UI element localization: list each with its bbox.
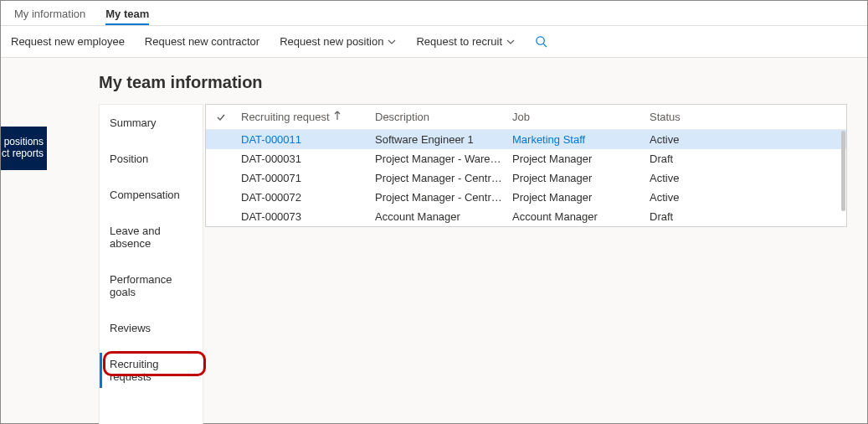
cell-status: Active <box>645 191 745 204</box>
table-row[interactable]: DAT-000031Project Manager - WarehousePro… <box>206 149 846 168</box>
column-description[interactable]: Description <box>370 111 507 123</box>
table-row[interactable]: DAT-000071Project Manager - Central divi… <box>206 168 846 188</box>
column-select[interactable] <box>206 112 236 122</box>
side-panel: SummaryPositionCompensationLeave and abs… <box>99 104 203 424</box>
sidebar-item-position[interactable]: Position <box>100 141 203 177</box>
sidebar-item-performance-goals[interactable]: Performance goals <box>100 261 203 310</box>
sidebar-item-leave-and-absence[interactable]: Leave and absence <box>100 213 203 261</box>
cell-status: Active <box>645 172 745 184</box>
cell-job[interactable]: Project Manager <box>507 191 645 204</box>
cell-request[interactable]: DAT-000071 <box>236 172 370 184</box>
cell-description: Project Manager - Central region <box>370 191 507 204</box>
positions-tile[interactable]: positions ct reports <box>1 127 47 170</box>
cell-status: Draft <box>645 210 745 223</box>
cell-status: Active <box>645 133 745 146</box>
grid-header: Recruiting requestDescriptionJobStatus <box>206 105 846 130</box>
cell-request[interactable]: DAT-000073 <box>236 210 370 223</box>
page-title: My team information <box>99 73 847 92</box>
svg-line-1 <box>543 44 547 47</box>
sidebar-item-reviews[interactable]: Reviews <box>100 310 203 346</box>
action-request-new-position[interactable]: Request new position <box>270 26 406 58</box>
action-request-to-recruit[interactable]: Request to recruit <box>406 26 525 58</box>
chevron-down-icon <box>388 38 396 46</box>
cell-request[interactable]: DAT-000072 <box>236 191 370 204</box>
tab-my-information[interactable]: My information <box>4 3 95 24</box>
scrollbar-thumb[interactable] <box>841 131 845 211</box>
highlight-callout <box>103 351 206 376</box>
action-request-new-contractor[interactable]: Request new contractor <box>135 26 270 58</box>
positions-tile-line2: ct reports <box>1 147 44 159</box>
table-row[interactable]: DAT-000011Software Engineer 1Marketing S… <box>206 130 846 149</box>
svg-point-0 <box>537 37 544 44</box>
cell-description: Account Manager <box>370 210 507 223</box>
cell-description: Project Manager - Central divisi… <box>370 172 507 184</box>
sidebar-item-summary[interactable]: Summary <box>100 105 203 141</box>
table-row[interactable]: DAT-000073Account ManagerAccount Manager… <box>206 207 846 226</box>
check-icon <box>216 112 226 122</box>
search-icon[interactable] <box>535 35 547 48</box>
cell-job[interactable]: Marketing Staff <box>507 133 645 146</box>
cell-job[interactable]: Project Manager <box>507 153 645 165</box>
cell-description: Software Engineer 1 <box>370 133 507 146</box>
cell-request[interactable]: DAT-000031 <box>236 153 370 165</box>
column-job[interactable]: Job <box>507 111 645 123</box>
tab-my-team[interactable]: My team <box>95 3 159 24</box>
action-request-new-employee[interactable]: Request new employee <box>1 26 135 58</box>
column-recruiting-request[interactable]: Recruiting request <box>236 111 370 123</box>
recruiting-grid: Recruiting requestDescriptionJobStatus D… <box>205 104 847 227</box>
sidebar-item-compensation[interactable]: Compensation <box>100 177 203 213</box>
top-tabbar: My informationMy team <box>1 1 867 26</box>
column-status[interactable]: Status <box>645 111 745 123</box>
cell-request[interactable]: DAT-000011 <box>236 133 370 146</box>
cell-job[interactable]: Account Manager <box>507 210 645 223</box>
sort-asc-icon <box>333 111 342 123</box>
sidebar-item-recruiting-requests[interactable]: Recruiting requests <box>100 346 203 395</box>
positions-tile-line1: positions <box>1 136 44 147</box>
cell-status: Draft <box>645 153 745 165</box>
action-bar: Request new employeeRequest new contract… <box>1 26 867 58</box>
table-row[interactable]: DAT-000072Project Manager - Central regi… <box>206 188 846 207</box>
chevron-down-icon <box>506 38 515 46</box>
cell-description: Project Manager - Warehouse <box>370 153 507 165</box>
cell-job[interactable]: Project Manager <box>507 172 645 184</box>
